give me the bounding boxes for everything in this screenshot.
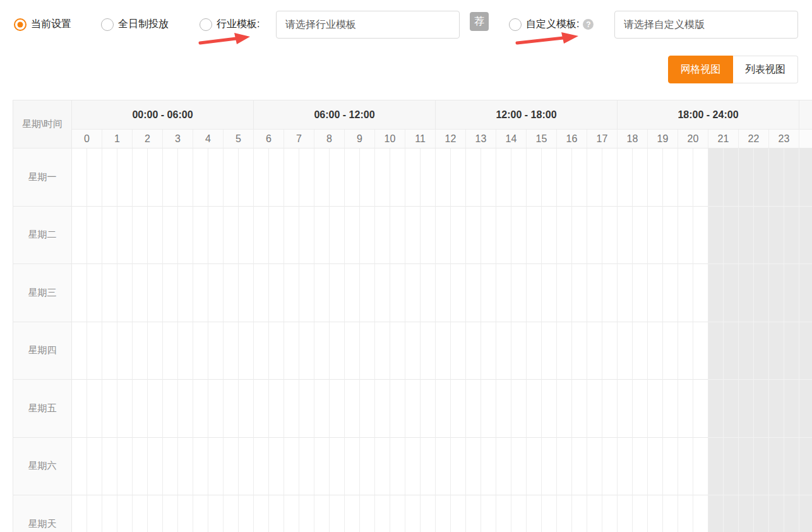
schedule-cell[interactable] — [739, 148, 754, 207]
schedule-cell[interactable] — [345, 207, 360, 265]
schedule-cell[interactable] — [102, 438, 117, 496]
schedule-cell[interactable] — [708, 264, 724, 322]
schedule-cell[interactable] — [375, 264, 390, 322]
schedule-cell[interactable] — [405, 207, 421, 265]
schedule-cell[interactable] — [330, 322, 345, 380]
schedule-cell[interactable] — [314, 438, 330, 496]
schedule-cell[interactable] — [678, 264, 693, 322]
schedule-cell[interactable] — [708, 495, 724, 532]
schedule-cell[interactable] — [330, 438, 345, 496]
schedule-cell[interactable] — [87, 207, 102, 265]
schedule-cell[interactable] — [648, 207, 663, 265]
schedule-cell[interactable] — [436, 438, 451, 496]
schedule-cell[interactable] — [345, 322, 360, 380]
schedule-cell[interactable] — [527, 322, 542, 380]
schedule-cell[interactable] — [239, 264, 254, 322]
schedule-cell[interactable] — [527, 495, 542, 532]
schedule-cell[interactable] — [72, 438, 87, 496]
radio-all-day-delivery[interactable]: 全日制投放 — [101, 18, 169, 31]
schedule-cell[interactable] — [602, 207, 618, 265]
schedule-cell[interactable] — [754, 495, 769, 532]
schedule-cell[interactable] — [163, 264, 178, 322]
schedule-cell[interactable] — [572, 438, 587, 496]
schedule-cell[interactable] — [572, 207, 587, 265]
schedule-cell[interactable] — [299, 148, 314, 207]
schedule-cell[interactable] — [542, 207, 557, 265]
schedule-cell[interactable] — [72, 495, 87, 532]
schedule-cell[interactable] — [148, 380, 163, 438]
schedule-cell[interactable] — [724, 322, 739, 380]
schedule-cell[interactable] — [511, 264, 527, 322]
schedule-cell[interactable] — [314, 264, 330, 322]
schedule-cell[interactable] — [330, 264, 345, 322]
schedule-cell[interactable] — [375, 380, 390, 438]
schedule-cell[interactable] — [133, 495, 148, 532]
schedule-cell[interactable] — [557, 438, 572, 496]
schedule-cell[interactable] — [208, 264, 224, 322]
schedule-cell[interactable] — [405, 438, 421, 496]
schedule-cell[interactable] — [542, 438, 557, 496]
schedule-cell[interactable] — [557, 322, 572, 380]
schedule-cell[interactable] — [769, 438, 784, 496]
schedule-cell[interactable] — [572, 380, 587, 438]
schedule-cell[interactable] — [148, 495, 163, 532]
radio-unselected-icon[interactable] — [200, 18, 212, 31]
schedule-cell[interactable] — [360, 322, 375, 380]
schedule-cell[interactable] — [269, 148, 284, 207]
schedule-cell[interactable] — [633, 495, 648, 532]
schedule-cell[interactable] — [618, 438, 633, 496]
schedule-cell[interactable] — [193, 495, 208, 532]
schedule-cell[interactable] — [390, 495, 405, 532]
schedule-cell[interactable] — [784, 148, 799, 207]
schedule-cell[interactable] — [663, 495, 678, 532]
schedule-cell[interactable] — [739, 207, 754, 265]
schedule-cell[interactable] — [769, 495, 784, 532]
schedule-cell[interactable] — [360, 438, 375, 496]
help-icon[interactable]: ? — [583, 19, 594, 30]
schedule-cell[interactable] — [602, 495, 618, 532]
schedule-cell[interactable] — [178, 438, 193, 496]
schedule-cell[interactable] — [511, 322, 527, 380]
schedule-cell[interactable] — [224, 495, 239, 532]
schedule-cell[interactable] — [481, 495, 496, 532]
schedule-cell[interactable] — [451, 380, 466, 438]
schedule-cell[interactable] — [693, 495, 708, 532]
schedule-cell[interactable] — [618, 148, 633, 207]
schedule-cell[interactable] — [739, 264, 754, 322]
schedule-cell[interactable] — [648, 148, 663, 207]
schedule-cell[interactable] — [421, 148, 436, 207]
schedule-cell[interactable] — [648, 380, 663, 438]
schedule-cell[interactable] — [299, 207, 314, 265]
schedule-cell[interactable] — [481, 148, 496, 207]
schedule-cell[interactable] — [405, 380, 421, 438]
schedule-cell[interactable] — [330, 207, 345, 265]
schedule-cell[interactable] — [557, 380, 572, 438]
schedule-cell[interactable] — [678, 495, 693, 532]
schedule-cell[interactable] — [117, 438, 133, 496]
schedule-cell[interactable] — [587, 322, 602, 380]
schedule-cell[interactable] — [451, 264, 466, 322]
schedule-cell[interactable] — [678, 207, 693, 265]
schedule-cell[interactable] — [678, 148, 693, 207]
schedule-cell[interactable] — [193, 438, 208, 496]
schedule-cell[interactable] — [511, 438, 527, 496]
schedule-cell[interactable] — [754, 207, 769, 265]
schedule-cell[interactable] — [481, 322, 496, 380]
schedule-cell[interactable] — [739, 495, 754, 532]
schedule-cell[interactable] — [663, 264, 678, 322]
schedule-cell[interactable] — [527, 148, 542, 207]
schedule-cell[interactable] — [284, 322, 299, 380]
schedule-cell[interactable] — [481, 207, 496, 265]
schedule-cell[interactable] — [602, 148, 618, 207]
schedule-cell[interactable] — [208, 380, 224, 438]
schedule-cell[interactable] — [587, 264, 602, 322]
schedule-cell[interactable] — [133, 380, 148, 438]
schedule-cell[interactable] — [117, 148, 133, 207]
schedule-cell[interactable] — [102, 322, 117, 380]
schedule-cell[interactable] — [72, 322, 87, 380]
schedule-cell[interactable] — [314, 322, 330, 380]
schedule-cell[interactable] — [663, 322, 678, 380]
schedule-cell[interactable] — [345, 264, 360, 322]
schedule-cell[interactable] — [724, 495, 739, 532]
schedule-cell[interactable] — [239, 495, 254, 532]
